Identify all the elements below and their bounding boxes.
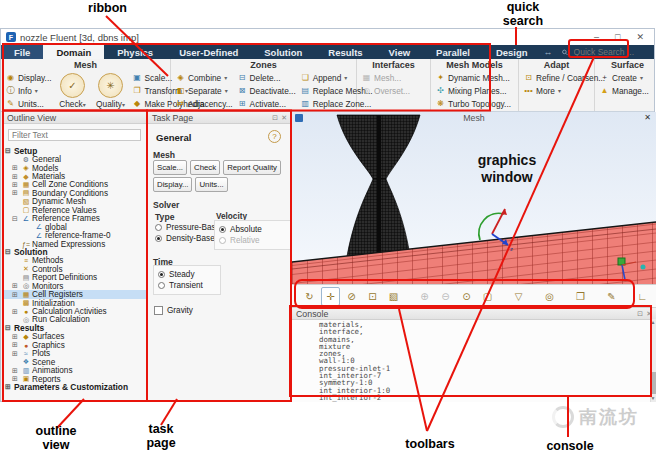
tree-item-methods[interactable]: ≡Methods [3,257,147,265]
probe-point-icon[interactable]: ◎ [540,287,559,306]
tab-user-defined[interactable]: User-Defined [166,45,251,59]
tab-design[interactable]: Design [483,45,541,59]
time-option-steady[interactable]: Steady [158,269,216,280]
tree-item-results[interactable]: ⊟Results [3,324,147,332]
new-page-icon[interactable]: ▢ [478,287,497,306]
tab-overflow-icon[interactable]: ↔ [541,45,556,59]
graphics-window[interactable]: z Mesh ✕ graphics window [292,112,656,284]
console-close-icon[interactable]: ✕ [646,310,652,318]
ribbon-item-mixing-planes[interactable]: ✣Mixing Planes... [435,84,511,97]
ribbon-bigbutton-check[interactable]: ✓Check▾ [56,71,90,110]
tree-toggle-icon[interactable]: ⊟ [5,147,14,155]
ribbon-item-create[interactable]: +Create▾ [599,71,649,84]
tree-toggle-icon[interactable]: ⊞ [5,383,14,391]
tree-item-general[interactable]: ⚙General [3,155,147,163]
radio-icon[interactable] [158,271,165,278]
ribbon-item-units[interactable]: ✎Units... [5,97,52,110]
tree-item-reference-frames[interactable]: ⊟∠Reference Frames [3,215,147,223]
scale-button[interactable]: Scale... [153,160,187,175]
tree-toggle-icon[interactable]: ⊞ [12,164,21,172]
filter-icon[interactable]: ▽ [509,287,528,306]
filter-text-input[interactable] [8,129,141,141]
rotate-view-icon[interactable]: ↻ [300,287,319,306]
report-quality-button[interactable]: Report Quality [223,160,281,175]
axes-triad-icon[interactable]: ∟ [633,287,652,306]
tab-view[interactable]: View [376,45,423,59]
scroll-thumb[interactable] [650,372,656,394]
ribbon-item-dynamic-mesh[interactable]: ✦Dynamic Mesh... [435,71,511,84]
time-option-transient[interactable]: Transient [158,280,216,291]
tree-item-models[interactable]: ⊞◈Models [3,164,147,172]
quick-search-box[interactable] [562,45,648,59]
ribbon-item-manage[interactable]: ▲Manage... [599,84,649,97]
gravity-checkbox[interactable] [154,306,163,315]
console-float-icon[interactable]: ⊡ [637,310,643,318]
maximize-button[interactable]: □ [615,32,620,42]
tree-toggle-icon[interactable]: ⊞ [12,367,21,375]
tab-physics[interactable]: Physics [104,45,166,59]
tree-toggle-icon[interactable]: ⊟ [5,248,14,256]
tree-toggle-icon[interactable]: ⊟ [12,215,21,223]
tree-item-plots[interactable]: ⊞≈Plots [3,350,147,358]
ribbon-item-activate[interactable]: ⊞Activate... [237,97,296,110]
tab-domain[interactable]: Domain [43,45,104,59]
copy-screenshot-icon[interactable]: ❐ [571,287,590,306]
tree-toggle-icon[interactable]: ⊞ [12,341,21,349]
ribbon-item-separate[interactable]: ◧Separate▾ [175,84,233,97]
ribbon-item-adjacency[interactable]: ⇄Adjacency... [175,97,233,110]
ribbon-item-info[interactable]: ⓘInfo▾ [5,84,52,97]
tree-toggle-icon[interactable]: ⊞ [12,308,21,316]
pan-icon[interactable]: ✛ [321,287,340,306]
tree-item-setup[interactable]: ⊟Setup [3,147,147,155]
ribbon-item-deactivate[interactable]: ⊠Deactivate... [237,84,296,97]
tree-item-animations[interactable]: ⊞▥Animations [3,366,147,374]
select-probe-icon[interactable]: ▧ [384,287,403,306]
panel-float-icon[interactable]: ⊡ [272,114,278,122]
annotate-icon[interactable]: ✎ [602,287,621,306]
help-circle-icon[interactable]: ? [268,130,281,143]
graphics-close-icon[interactable]: ✕ [644,113,651,122]
ribbon-item-refine-coarsen[interactable]: ⊡Refine / Coarsen... [523,71,605,84]
tree-toggle-icon[interactable]: ⊞ [12,173,21,181]
tree-item-graphics[interactable]: ⊞●Graphics [3,341,147,349]
fit-to-window-icon[interactable]: ⊙ [457,287,476,306]
radio-icon[interactable] [158,282,165,289]
ribbon-item-display[interactable]: ◉Display... [5,71,52,84]
display-button[interactable]: Display... [153,177,192,192]
tree-toggle-icon[interactable]: ⊟ [5,324,14,332]
units-button[interactable]: Units... [195,177,227,192]
radio-icon[interactable] [155,224,162,231]
ribbon-bigbutton-quality[interactable]: ✳Quality▾ [94,71,128,110]
radio-icon[interactable] [219,226,226,233]
minimize-button[interactable]: – [594,32,599,42]
zoom-dolly-icon[interactable]: ⊘ [342,287,361,306]
tab-parallel[interactable]: Parallel [423,45,483,59]
tree-toggle-icon[interactable]: ⊞ [12,189,21,197]
panel-close-icon[interactable]: ✕ [281,114,287,122]
tab-results[interactable]: Results [315,45,375,59]
console-scrollbar[interactable]: ▲ ▼ [650,319,656,402]
scroll-up-icon[interactable]: ▲ [650,319,656,326]
tree-item-scene[interactable]: ❖Scene [3,358,147,366]
tree-item-cell-registers[interactable]: ⊞▦Cell Registers [3,290,147,298]
tree-toggle-icon[interactable]: ⊞ [12,350,21,358]
velocity-option-absolute[interactable]: Absolute [219,224,287,235]
check-button[interactable]: Check [190,160,220,175]
ribbon-item-turbo-topology[interactable]: ❋Turbo Topology... [435,97,511,110]
console-output[interactable]: materials,interface,domains,mixturezones… [292,319,650,402]
tree-toggle-icon[interactable]: ⊞ [12,282,21,290]
tab-solution[interactable]: Solution [251,45,315,59]
radio-icon[interactable] [155,235,162,242]
zoom-box-icon[interactable]: ⊡ [363,287,382,306]
ribbon-item-delete[interactable]: ⊟Delete... [237,71,296,84]
ribbon-item-combine[interactable]: ◈Combine▾ [175,71,233,84]
scroll-down-icon[interactable]: ▼ [650,395,656,402]
tab-file[interactable]: File [1,45,43,59]
tree-item-surfaces[interactable]: ⊞◆Surfaces [3,333,147,341]
quick-search-input[interactable] [572,46,648,58]
gravity-option[interactable]: Gravity [154,305,193,316]
tree-toggle-icon[interactable]: ⊞ [12,181,21,189]
tree-item-report-definitions[interactable]: ▤Report Definitions [3,274,147,282]
tree-toggle-icon[interactable]: ⊞ [12,291,21,299]
tree-item-parameters-customization[interactable]: ⊞Parameters & Customization [3,383,147,391]
